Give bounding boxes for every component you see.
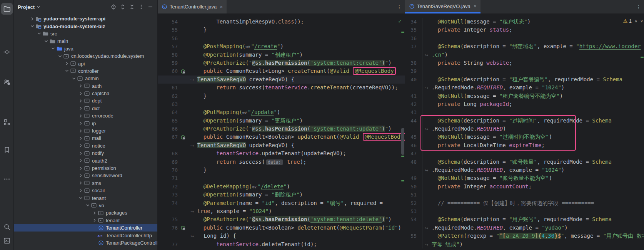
tree-item[interactable]: tenant [14, 194, 157, 201]
endpoint-gutter-icon[interactable] [178, 133, 188, 141]
code-line[interactable]: 40 @Schema(description = "租户套餐编号", requi… [405, 76, 644, 84]
tree-item[interactable]: java [14, 45, 157, 52]
http-method-globe-icon[interactable]: ⊕∨ [252, 185, 256, 190]
tree-chevron-icon[interactable] [78, 128, 83, 134]
code-line[interactable]: ↪ .RequiredMode.REQUIRED, example = "yud… [405, 224, 644, 232]
tree-chevron-icon[interactable] [92, 217, 97, 223]
code-line[interactable]: 38 private String website; [405, 59, 644, 67]
code-line[interactable]: 62 } [158, 92, 405, 100]
code-line[interactable]: 66 @PreAuthorize("@ss.hasPermission('sys… [158, 125, 405, 133]
tree-item[interactable]: yudao-module-system-api [14, 15, 157, 22]
code-line[interactable]: 55 @Pattern(regexp = "^[a-zA-Z0-9]{4,30}… [405, 232, 644, 240]
tree-item[interactable]: notify [14, 149, 157, 157]
hide-panel-icon[interactable] [146, 2, 155, 12]
tree-item[interactable]: permission [14, 164, 157, 172]
code-line[interactable]: 37 @Schema(description = "绑定域名", example… [405, 42, 644, 50]
structure-icon[interactable] [1, 116, 13, 128]
code-line[interactable]: 48 @Schema(description = "账号数量", require… [405, 158, 644, 166]
code-line[interactable]: 42 private Long packageId; [405, 100, 644, 108]
tab-tenantsavereqvo-java[interactable]: C TenantSaveReqVO.java × [405, 0, 480, 13]
select-opened-file-icon[interactable] [109, 2, 118, 12]
tab-options-kebab-icon[interactable]: ⋮ [633, 0, 644, 13]
tree-chevron-icon[interactable] [78, 195, 83, 201]
tree-item[interactable]: logger [14, 127, 157, 134]
code-line[interactable]: 77 tenantService.deleteTenant(id); [158, 240, 405, 248]
tree-item[interactable]: main [14, 37, 157, 45]
tree-item[interactable]: vo [14, 202, 157, 209]
tree-chevron-icon[interactable] [78, 98, 83, 104]
tree-item[interactable]: CTenantController [14, 224, 157, 232]
code-editor-tenantsavereqvo[interactable]: 34 @NotNull(message = "租户状态")35 private … [405, 14, 644, 250]
code-line[interactable]: 41 @NotNull(message = "租户套餐编号不能为空") [405, 92, 644, 100]
options-kebab-icon[interactable] [137, 2, 146, 12]
tree-item[interactable]: sensitiveword [14, 172, 157, 179]
code-line[interactable]: 71 [158, 174, 405, 182]
tree-chevron-icon[interactable] [92, 210, 97, 216]
tree-chevron-icon[interactable] [78, 120, 83, 126]
code-line[interactable]: 68 tenantService.updateTenant(updateReqV… [158, 149, 405, 158]
code-line[interactable]: 55 } [158, 26, 405, 34]
tree-chevron-icon[interactable] [78, 135, 83, 141]
tree-item[interactable]: errorcode [14, 112, 157, 119]
project-folder-icon[interactable] [1, 3, 13, 15]
code-line[interactable]: 74 @Parameter(name = "id", description =… [158, 199, 405, 207]
tree-item[interactable]: controller [14, 67, 157, 75]
code-line[interactable]: 53 [405, 207, 644, 215]
code-line[interactable]: ↪ TenantSaveReqVO createReqVO) { [158, 76, 405, 84]
code-line[interactable]: 67 public CommonResult<Boolean> updateTe… [158, 133, 405, 141]
tree-chevron-icon[interactable] [78, 158, 83, 164]
more-tool-windows-icon[interactable] [1, 173, 13, 185]
code-line[interactable]: 59 @PreAuthorize("@ss.hasPermission('sys… [158, 59, 405, 67]
commit-icon[interactable] [1, 46, 13, 58]
code-line[interactable]: 61 return success(tenantService.createTe… [158, 84, 405, 92]
endpoint-gutter-icon[interactable] [178, 224, 188, 232]
code-line[interactable]: 76 public CommonResult<Boolean> deleteTe… [158, 224, 405, 232]
code-line[interactable]: 73 @Operation(summary = "删除租户") [158, 191, 405, 199]
code-line[interactable]: 63 [158, 100, 405, 108]
code-line[interactable]: 57 @PostMapping(⊕∨"/create") [158, 42, 405, 50]
code-line[interactable]: 54 TenantSimpleRespVO.class)); [158, 18, 405, 26]
code-line[interactable]: ↪ 字母 组成") [405, 240, 644, 248]
expand-all-icon[interactable] [118, 2, 127, 12]
code-line[interactable]: 54 @Schema(description = "用户账号", require… [405, 215, 644, 223]
tree-item[interactable]: APITenantController.http [14, 232, 157, 239]
scrollbar-left-editor[interactable] [401, 14, 405, 250]
chevron-down-icon[interactable] [36, 5, 41, 9]
tree-chevron-icon[interactable] [78, 105, 83, 111]
tree-chevron-icon[interactable] [78, 143, 83, 149]
tree-chevron-icon[interactable] [78, 113, 83, 119]
tree-chevron-icon[interactable] [78, 83, 83, 89]
code-line[interactable]: 43 [405, 108, 644, 116]
tree-item[interactable]: dept [14, 97, 157, 104]
tree-chevron-icon[interactable] [64, 68, 70, 74]
tree-chevron-icon[interactable] [78, 173, 83, 179]
users-help-icon[interactable]: ? [1, 76, 13, 88]
tree-item[interactable]: src [14, 30, 157, 37]
code-line[interactable]: 56 [158, 34, 405, 42]
code-line[interactable]: 69 return success(data: true); [158, 158, 405, 166]
scrollbar-right-editor[interactable] [640, 14, 644, 250]
tree-item[interactable]: yudao-module-system-biz [14, 22, 157, 30]
close-tab-icon[interactable]: × [474, 3, 477, 9]
code-line[interactable]: 51 [405, 191, 644, 199]
tree-item[interactable]: api [14, 60, 157, 67]
tree-item[interactable]: auth [14, 82, 157, 90]
tree-item[interactable]: CTenantPackageController [14, 239, 157, 247]
code-line[interactable]: ↪ Long id) { [158, 232, 405, 240]
tree-chevron-icon[interactable] [78, 165, 83, 171]
code-editor-tenantcontroller[interactable]: 54 TenantSimpleRespVO.class));55 }5657 @… [158, 14, 405, 250]
tree-item[interactable]: packages [14, 209, 157, 216]
tree-item[interactable]: tenant [14, 217, 157, 224]
tree-chevron-icon[interactable] [78, 188, 83, 194]
code-line[interactable]: 45 @NotNull(message = "过期时间不能为空") [405, 133, 644, 141]
code-line[interactable]: 36 [405, 34, 644, 42]
collapse-all-icon[interactable] [127, 2, 137, 12]
code-line[interactable]: ↪ .RequiredMode.REQUIRED) [405, 125, 644, 133]
project-panel-title[interactable]: Project [18, 4, 35, 10]
tree-item[interactable]: ip [14, 119, 157, 127]
tree-item[interactable]: mail [14, 134, 157, 142]
code-line[interactable]: 75 @PreAuthorize("@ss.hasPermission('sys… [158, 215, 405, 223]
tree-item[interactable]: oauth2 [14, 157, 157, 164]
code-line[interactable]: 70 } [158, 166, 405, 174]
tree-chevron-icon[interactable] [36, 30, 42, 37]
